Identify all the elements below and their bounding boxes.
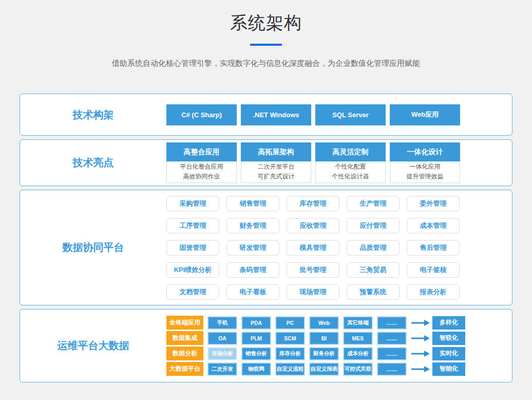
data-platform-row: 固资管理研发管理模具管理品质管理售后管理 xyxy=(166,240,460,256)
ops-item-chip: 财务分析 xyxy=(309,347,339,360)
module-chip: 采购管理 xyxy=(166,196,219,211)
ops-category-label: 大数据平台 xyxy=(166,362,203,376)
tech-highlights-cards: 高整合应用平台化整合应用高效协同作业高拓展架构二次开发平台可扩充式设计高灵活定制… xyxy=(166,142,460,183)
section-label-ops-platform: 运维平台大数据 xyxy=(20,339,166,353)
highlight-card: 一体化设计一体化应用提升管理效益 xyxy=(390,142,460,183)
module-chip: 品质管理 xyxy=(347,240,400,256)
page: 系统架构 借助系统自动化核心管理引擎，实现数字化与信息化深度融合，为企业数值化管… xyxy=(0,0,532,383)
ops-item-chip: 二次开发 xyxy=(207,362,237,376)
ops-item-chip: …… xyxy=(377,362,407,376)
ops-item-chip: 成本分析 xyxy=(343,347,373,360)
ops-item-chip: …… xyxy=(377,332,407,345)
section-label-tech-highlights: 技术亮点 xyxy=(20,156,166,170)
module-chip: 固资管理 xyxy=(166,240,219,256)
highlight-card-body: 一体化应用提升管理效益 xyxy=(390,161,460,183)
module-chip: 生产管理 xyxy=(347,196,400,211)
tech-framework-chip: Web应用 xyxy=(390,104,460,125)
section-label-data-platform: 数据协同平台 xyxy=(20,241,166,254)
data-platform-row: 工序管理财务管理应收管理应付管理成本管理 xyxy=(166,218,460,233)
ops-result-chip: 智能化 xyxy=(432,362,465,376)
highlight-card-body: 平台化整合应用高效协同作业 xyxy=(166,161,237,183)
ops-category-label: 数据集成 xyxy=(166,331,203,345)
ops-platform-row: 数据集成OAPLMSCMBIMES……智联化 xyxy=(166,331,465,345)
ops-item-chip: MES xyxy=(343,332,373,345)
page-title: 系统架构 xyxy=(0,0,532,35)
highlight-card-line: 平台化整合应用 xyxy=(167,162,236,172)
highlight-card-line: 个性化配置 xyxy=(316,162,385,172)
module-chip: 委外管理 xyxy=(407,196,460,211)
highlight-card-body: 二次开发平台可扩充式设计 xyxy=(241,161,311,183)
module-chip: 电子看板 xyxy=(226,284,279,300)
data-platform-row: KPI绩效分析条码管理批号管理三角贸易电子签核 xyxy=(166,262,460,278)
module-chip: 模具管理 xyxy=(287,240,339,256)
module-chip: 售后管理 xyxy=(407,240,460,256)
tech-framework-chip: .NET Windows xyxy=(241,104,311,125)
highlight-card: 高拓展架构二次开发平台可扩充式设计 xyxy=(241,142,311,183)
module-chip: 批号管理 xyxy=(287,262,339,278)
tech-framework-chip: SQL Server xyxy=(315,104,386,125)
module-chip: 预警系统 xyxy=(347,284,400,300)
tech-framework-buttons: C# (C Sharp).NET WindowsSQL ServerWeb应用 xyxy=(166,104,460,125)
arrow-right-icon xyxy=(411,350,430,357)
module-chip: 应收管理 xyxy=(287,218,339,233)
highlight-card-title: 高拓展架构 xyxy=(241,142,311,161)
data-platform-grid: 采购管理销售管理库存管理生产管理委外管理工序管理财务管理应收管理应付管理成本管理… xyxy=(166,196,460,300)
ops-platform-row: 数据分析市场分析销售分析库存分析财务分析成本分析……实时化 xyxy=(166,347,465,360)
ops-item-chip: 自定义流程 xyxy=(275,362,305,376)
highlight-card-title: 高灵活定制 xyxy=(315,142,386,161)
ops-platform-row: 大数据平台二次开发物联网自定义流程自定义报表可控式关联……智能化 xyxy=(166,362,465,376)
ops-item-chip: PC xyxy=(275,316,305,330)
module-chip: 条码管理 xyxy=(226,262,279,278)
arrow-right-icon xyxy=(411,366,430,373)
module-chip: 销售管理 xyxy=(226,196,279,211)
module-chip: 电子签核 xyxy=(407,262,460,278)
highlight-card-line: 提升管理效益 xyxy=(390,172,460,181)
module-chip: 现场管理 xyxy=(287,284,339,300)
arrow-right-icon xyxy=(411,319,430,326)
section-data-platform: 数据协同平台 采购管理销售管理库存管理生产管理委外管理工序管理财务管理应收管理应… xyxy=(20,190,512,305)
module-chip: 文档管理 xyxy=(166,284,219,300)
ops-platform-row: 全终端应用手机PDAPCWeb其它终端……多样化 xyxy=(166,316,465,330)
tech-framework-chip: C# (C Sharp) xyxy=(166,104,237,125)
ops-item-chip: 库存分析 xyxy=(275,347,305,360)
ops-result-chip: 多样化 xyxy=(432,316,465,330)
ops-item-chip: 自定义报表 xyxy=(309,362,339,376)
ops-item-chip: 销售分析 xyxy=(241,347,271,360)
data-platform-row: 采购管理销售管理库存管理生产管理委外管理 xyxy=(166,196,460,211)
ops-item-chip: …… xyxy=(377,347,407,360)
title-underline xyxy=(250,44,282,46)
module-chip: 三角贸易 xyxy=(347,262,400,278)
module-chip: KPI绩效分析 xyxy=(166,262,219,278)
ops-item-chip: 市场分析 xyxy=(207,347,237,360)
module-chip: 报表分析 xyxy=(407,284,460,300)
highlight-card-line: 二次开发平台 xyxy=(241,162,311,172)
section-ops-platform: 运维平台大数据 全终端应用手机PDAPCWeb其它终端……多样化数据集成OAPL… xyxy=(20,309,512,383)
ops-item-chip: 可控式关联 xyxy=(343,362,373,376)
ops-platform-rows: 全终端应用手机PDAPCWeb其它终端……多样化数据集成OAPLMSCMBIME… xyxy=(166,316,465,376)
ops-result-chip: 智联化 xyxy=(432,332,465,345)
module-chip: 财务管理 xyxy=(226,218,279,233)
ops-category-label: 数据分析 xyxy=(166,347,203,360)
page-subtitle: 借助系统自动化核心管理引擎，实现数字化与信息化深度融合，为企业数值化管理应用赋能 xyxy=(0,59,532,68)
ops-result-chip: 实时化 xyxy=(432,347,465,360)
module-chip: 应付管理 xyxy=(347,218,400,233)
ops-item-chip: BI xyxy=(309,332,339,345)
ops-item-chip: Web xyxy=(309,316,339,330)
highlight-card-line: 可扩充式设计 xyxy=(241,172,311,181)
module-chip: 工序管理 xyxy=(166,218,219,233)
ops-item-chip: PLM xyxy=(241,332,271,345)
section-tech-highlights: 技术亮点 高整合应用平台化整合应用高效协同作业高拓展架构二次开发平台可扩充式设计… xyxy=(20,139,512,186)
ops-item-chip: …… xyxy=(377,316,407,330)
ops-item-chip: 物联网 xyxy=(241,362,271,376)
highlight-card-title: 一体化设计 xyxy=(390,142,460,161)
ops-category-label: 全终端应用 xyxy=(166,316,203,330)
ops-item-chip: 手机 xyxy=(207,316,237,330)
arrow-right-icon xyxy=(411,335,430,342)
highlight-card-body: 个性化配置个性化设计器 xyxy=(315,161,386,183)
sections-container: 技术构架 C# (C Sharp).NET WindowsSQL ServerW… xyxy=(20,94,512,383)
ops-item-chip: SCM xyxy=(275,332,305,345)
highlight-card-line: 高效协同作业 xyxy=(167,172,236,181)
highlight-card-line: 个性化设计器 xyxy=(316,172,385,181)
highlight-card-title: 高整合应用 xyxy=(166,142,237,161)
ops-item-chip: 其它终端 xyxy=(343,316,373,330)
